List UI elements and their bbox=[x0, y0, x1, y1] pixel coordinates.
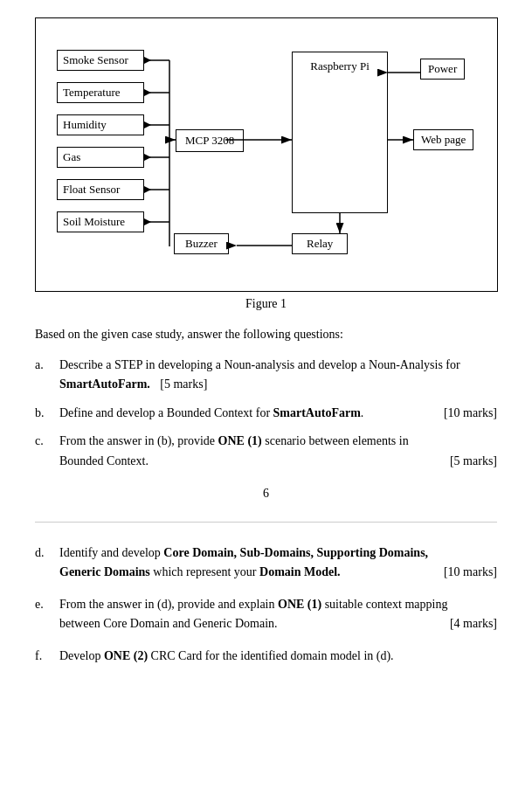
q-marks-e: [4 marks] bbox=[450, 614, 497, 633]
buzzer-box: Buzzer bbox=[174, 233, 229, 254]
q-label-c: c. bbox=[35, 432, 59, 471]
question-intro: Based on the given case study, answer th… bbox=[35, 325, 497, 343]
smoke-sensor-box: Smoke Sensor bbox=[57, 50, 144, 71]
svg-marker-15 bbox=[144, 89, 151, 96]
question-item-c: c. From the answer in (b), provide ONE (… bbox=[35, 432, 497, 471]
q-text-f: Develop ONE (2) CRC Card for the identif… bbox=[59, 649, 394, 662]
q-text-e-line2: between Core Domain and Generic Domain. bbox=[59, 614, 278, 633]
q-marks-c: [5 marks] bbox=[450, 452, 497, 471]
q-text-d-line2: Generic Domains which represent your Dom… bbox=[59, 563, 341, 582]
svg-marker-19 bbox=[144, 218, 151, 225]
question-item-f: f. Develop ONE (2) CRC Card for the iden… bbox=[35, 647, 497, 666]
q-label-a: a. bbox=[35, 356, 59, 395]
diagram-inner: Smoke Sensor Temperature Humidity Gas Fl… bbox=[45, 34, 488, 279]
q-content-f: Develop ONE (2) CRC Card for the identif… bbox=[59, 647, 497, 666]
temperature-sensor-box: Temperature bbox=[57, 82, 144, 103]
question-item-d: d. Identify and develop Core Domain, Sub… bbox=[35, 543, 497, 583]
page-divider bbox=[35, 522, 497, 523]
q-content-c: From the answer in (b), provide ONE (1) … bbox=[59, 432, 497, 471]
q-bold-d2: Generic Domains bbox=[59, 565, 150, 578]
svg-marker-18 bbox=[144, 186, 151, 193]
power-box: Power bbox=[420, 59, 465, 80]
rpi-label: Raspberry Pi bbox=[310, 59, 370, 73]
q-text-e-line1: From the answer in (d), provide and expl… bbox=[59, 595, 447, 614]
q-bold-b: SmartAutoFarm bbox=[273, 406, 361, 419]
soil-moisture-sensor-box: Soil Moisture bbox=[57, 211, 144, 232]
q-bold-f: ONE (2) bbox=[104, 649, 148, 662]
question-item-a: a. Describe a STEP in developing a Noun-… bbox=[35, 356, 497, 395]
q-bold-d3: Domain Model. bbox=[259, 565, 341, 578]
page-number: 6 bbox=[35, 487, 497, 501]
question-item-e: e. From the answer in (d), provide and e… bbox=[35, 595, 497, 634]
svg-marker-17 bbox=[144, 154, 151, 161]
mcp-box: MCP 3208 bbox=[176, 129, 244, 152]
q-bold-d1: Core Domain, Sub-Domains, Supporting Dom… bbox=[163, 546, 428, 559]
q-label-b: b. bbox=[35, 404, 59, 423]
question-list-2: d. Identify and develop Core Domain, Sub… bbox=[35, 543, 497, 666]
humidity-sensor-box: Humidity bbox=[57, 114, 144, 135]
diagram-container: Smoke Sensor Temperature Humidity Gas Fl… bbox=[35, 17, 498, 292]
q-marks-a: [5 marks] bbox=[160, 377, 207, 391]
svg-marker-16 bbox=[144, 121, 151, 128]
q-marks-d: [10 marks] bbox=[444, 563, 497, 582]
q-content-a: Describe a STEP in developing a Noun-ana… bbox=[59, 356, 497, 395]
q-content-e: From the answer in (d), provide and expl… bbox=[59, 595, 497, 634]
q-bold-e: ONE (1) bbox=[278, 598, 321, 611]
svg-marker-20 bbox=[144, 57, 151, 64]
q-text-c-line2: Bounded Context. bbox=[59, 452, 149, 471]
q-content-d: Identify and develop Core Domain, Sub-Do… bbox=[59, 543, 497, 583]
rpi-box: Raspberry Pi bbox=[292, 52, 388, 213]
q-bold-c: ONE (1) bbox=[218, 434, 262, 447]
q-text-a: Describe a STEP in developing a Noun-ana… bbox=[59, 358, 460, 391]
q-content-b: Define and develop a Bounded Context for… bbox=[59, 404, 497, 423]
question-list: a. Describe a STEP in developing a Noun-… bbox=[35, 356, 497, 471]
float-sensor-box: Float Sensor bbox=[57, 179, 144, 200]
q-text-c-line1: From the answer in (b), provide ONE (1) … bbox=[59, 432, 409, 451]
relay-box: Relay bbox=[292, 233, 348, 254]
gas-sensor-box: Gas bbox=[57, 147, 144, 168]
q-text-b: Define and develop a Bounded Context for… bbox=[59, 404, 363, 423]
q-text-d-line1: Identify and develop Core Domain, Sub-Do… bbox=[59, 543, 428, 563]
webpage-box: Web page bbox=[413, 129, 473, 150]
question-item-b: b. Define and develop a Bounded Context … bbox=[35, 404, 497, 423]
q-bold-a: SmartAutoFarm. bbox=[59, 377, 150, 391]
page: Smoke Sensor Temperature Humidity Gas Fl… bbox=[0, 0, 532, 803]
q-marks-b: [10 marks] bbox=[444, 404, 497, 423]
q-label-d: d. bbox=[35, 543, 59, 583]
q-label-e: e. bbox=[35, 595, 59, 634]
q-label-f: f. bbox=[35, 647, 59, 666]
figure-caption: Figure 1 bbox=[35, 297, 497, 311]
